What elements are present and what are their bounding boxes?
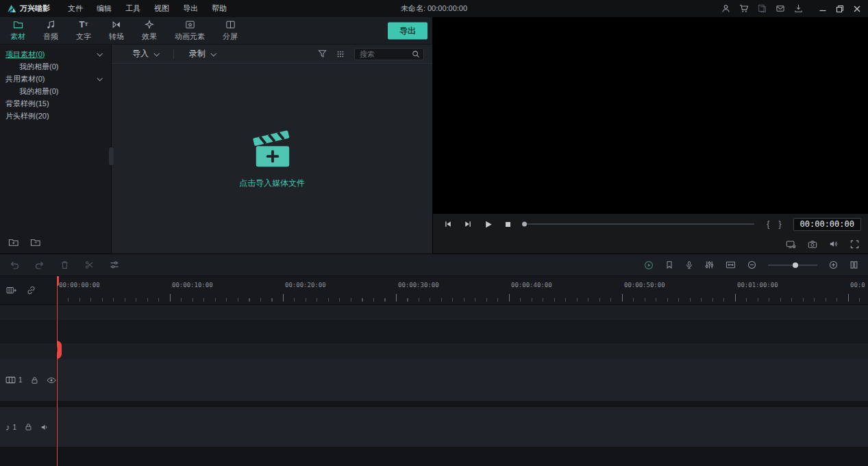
audio-track-header[interactable]: ♪ 1: [0, 407, 56, 447]
tab-transitions[interactable]: 转场: [100, 17, 133, 44]
tab-splitscreen[interactable]: 分屏: [214, 17, 247, 44]
tab-elements[interactable]: 动画元素: [166, 17, 214, 44]
snapshot-camera-icon[interactable]: [808, 240, 817, 249]
media-panel: 导入 录制: [112, 45, 432, 254]
voiceover-mic-button[interactable]: [685, 260, 693, 269]
tree-item-shared-media[interactable]: 共用素材(0): [0, 73, 111, 85]
delete-folder-icon[interactable]: [30, 237, 41, 247]
render-preview-button[interactable]: [644, 260, 654, 270]
empty-lane: [57, 447, 868, 466]
mark-in-out-buttons[interactable]: { }: [767, 219, 784, 229]
playhead-grip[interactable]: [57, 276, 59, 286]
seek-handle[interactable]: [522, 222, 527, 227]
timeline-view-tools: [644, 260, 858, 270]
audio-mixer-button[interactable]: [705, 260, 714, 269]
close-button[interactable]: [853, 5, 861, 13]
tree-item-my-album-1[interactable]: 我的相册(0): [0, 60, 111, 73]
timeline-zoom-slider[interactable]: [768, 265, 817, 266]
store-cart-icon[interactable]: [739, 4, 749, 13]
preview-panel: { } 00:00:00:00: [433, 17, 868, 254]
download-plugin-icon[interactable]: [794, 4, 803, 13]
feedback-mail-icon[interactable]: [776, 4, 785, 13]
tree-item-project-media[interactable]: 项目素材(0): [0, 48, 111, 60]
import-hint-text[interactable]: 点击导入媒体文件: [239, 177, 305, 189]
record-button[interactable]: 录制: [174, 45, 230, 63]
toggle-visibility-eye-icon[interactable]: [47, 377, 56, 384]
seek-bar[interactable]: [523, 223, 754, 225]
fullscreen-icon[interactable]: [850, 240, 859, 249]
play-button[interactable]: [484, 220, 493, 229]
grid-view-icon[interactable]: [336, 50, 345, 58]
adjust-properties-button[interactable]: [110, 260, 119, 269]
next-frame-button[interactable]: [464, 220, 472, 228]
tree-item-my-album-2[interactable]: 我的相册(0): [0, 85, 111, 97]
filter-icon[interactable]: [318, 49, 327, 58]
track-divider: [57, 401, 868, 407]
zoom-out-button[interactable]: [747, 260, 756, 269]
zoom-in-button[interactable]: [829, 260, 838, 269]
audio-track-lane[interactable]: [57, 407, 868, 447]
display-settings-icon[interactable]: [786, 240, 796, 249]
menubar-right-icons: [721, 4, 861, 13]
mute-track-speaker-icon[interactable]: [40, 424, 49, 431]
import-button[interactable]: 导入: [117, 45, 173, 63]
chevron-down-icon[interactable]: [97, 51, 102, 56]
menu-file[interactable]: 文件: [61, 3, 90, 14]
main-menu: 文件 编辑 工具 视图 导出 帮助: [61, 3, 234, 14]
redo-button[interactable]: [35, 261, 45, 269]
clapperboard-icon[interactable]: [249, 128, 295, 169]
zoom-slider-handle[interactable]: [793, 262, 798, 268]
export-button[interactable]: 导出: [388, 22, 427, 39]
split-scissors-button[interactable]: [85, 260, 94, 269]
lock-track-icon[interactable]: [25, 423, 32, 431]
video-track-header[interactable]: 1: [0, 359, 56, 401]
ruler-label: 00:0: [850, 282, 865, 289]
timeline-ruler[interactable]: 00:00:00:00 00:00:10:00 00:00:20:00 00:0…: [57, 276, 868, 305]
track-divider: [0, 401, 56, 407]
project-title: 未命名: 00:00:00:00: [401, 3, 467, 14]
restore-button[interactable]: [836, 5, 844, 13]
menu-help[interactable]: 帮助: [205, 3, 234, 14]
ruler-label: 00:00:20:00: [285, 282, 326, 289]
stop-button[interactable]: [504, 221, 512, 228]
previous-frame-button[interactable]: [444, 220, 452, 228]
undo-button[interactable]: [10, 261, 19, 269]
video-viewport[interactable]: [433, 17, 868, 214]
tab-label: 分屏: [223, 32, 238, 42]
menu-tools[interactable]: 工具: [119, 3, 147, 14]
tree-item-background-samples[interactable]: 背景样例(15): [0, 97, 111, 110]
playhead[interactable]: [57, 276, 58, 466]
manage-tracks-icon[interactable]: [6, 286, 17, 295]
track-layout-button[interactable]: [850, 260, 858, 269]
library-panel-resize-handle[interactable]: [109, 147, 114, 165]
link-icon[interactable]: [27, 286, 36, 295]
tab-effects[interactable]: 效果: [133, 17, 166, 44]
playhead-handle[interactable]: [57, 341, 62, 359]
media-empty-state[interactable]: 点击导入媒体文件: [112, 64, 432, 254]
splitscreen-icon: [225, 19, 236, 29]
menu-view[interactable]: 视图: [147, 3, 176, 14]
new-folder-icon[interactable]: [8, 237, 19, 247]
preview-secondary-controls: [433, 234, 868, 254]
volume-icon[interactable]: [829, 240, 839, 248]
clipboard-icon[interactable]: [758, 4, 767, 13]
chevron-down-icon: [210, 51, 216, 56]
text-icon: TT: [79, 19, 88, 29]
search-icon[interactable]: [412, 50, 420, 58]
tab-text[interactable]: TT 文字: [67, 17, 100, 44]
menu-edit[interactable]: 编辑: [90, 3, 119, 14]
search-input[interactable]: [358, 49, 412, 59]
menu-export[interactable]: 导出: [176, 3, 205, 14]
minimize-button[interactable]: [819, 5, 827, 13]
lock-track-icon[interactable]: [31, 376, 38, 384]
tab-audio[interactable]: 音频: [34, 17, 67, 44]
search-box[interactable]: [354, 48, 424, 60]
video-track-lane[interactable]: [57, 359, 868, 401]
zoom-to-fit-button[interactable]: [726, 260, 736, 269]
tree-item-intro-samples[interactable]: 片头样例(20): [0, 110, 111, 122]
account-icon[interactable]: [721, 4, 730, 13]
tab-media[interactable]: 素材: [1, 17, 34, 44]
chevron-down-icon[interactable]: [97, 75, 102, 81]
delete-button[interactable]: [60, 260, 69, 269]
marker-button[interactable]: [665, 260, 673, 269]
